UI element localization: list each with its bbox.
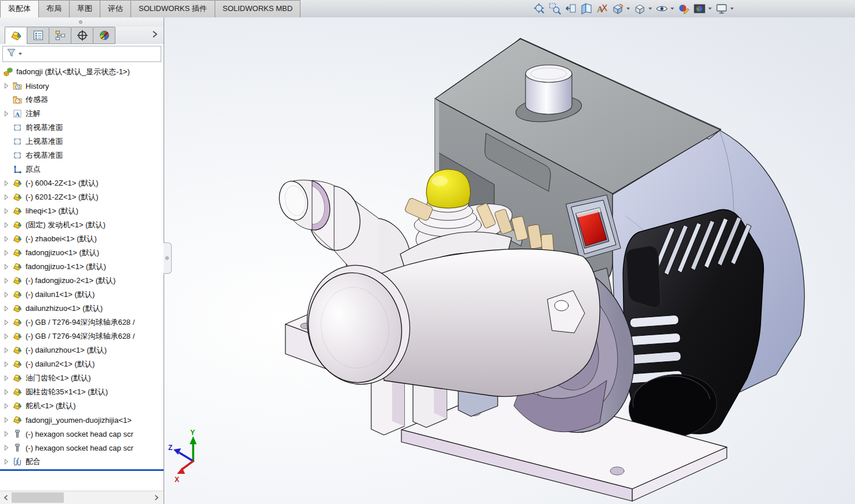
tree-item[interactable]: (-) hexagon socket head cap scr xyxy=(0,427,164,441)
tree-item[interactable]: 右视基准面 xyxy=(0,148,164,162)
expand-caret-icon[interactable] xyxy=(2,431,13,437)
expand-caret-icon[interactable] xyxy=(2,236,13,242)
expand-caret-icon[interactable] xyxy=(2,222,13,228)
tree-item[interactable]: dailunzhizuo<1> (默认) xyxy=(0,302,164,316)
view-orientation-icon-caret[interactable] xyxy=(626,8,630,10)
ribbon-tab[interactable]: 装配体 xyxy=(0,0,39,17)
tree-item[interactable]: (固定) 发动机<1> (默认) xyxy=(0,218,164,232)
view-settings-icon-caret[interactable] xyxy=(730,8,734,10)
model-canvas[interactable]: Y Z X xyxy=(164,17,855,504)
ribbon-tab[interactable]: SOLIDWORKS MBD xyxy=(215,0,301,17)
tree-item[interactable]: fadongjizuo-1<1> (默认) xyxy=(0,260,164,274)
tree-filter[interactable] xyxy=(2,46,161,62)
panel-tabs-expand-icon[interactable] xyxy=(151,30,159,41)
section-view-icon[interactable] xyxy=(579,2,593,16)
hide-show-items-icon[interactable] xyxy=(655,2,669,16)
tab-featuremanager[interactable] xyxy=(5,27,27,44)
tree-item[interactable]: 油门齿轮<1> (默认) xyxy=(0,371,164,385)
expand-caret-icon[interactable] xyxy=(2,180,13,186)
filter-caret-icon[interactable] xyxy=(19,53,22,55)
tree-item[interactable]: 前视基准面 xyxy=(0,121,164,135)
display-style-icon[interactable] xyxy=(633,2,647,16)
expand-caret-icon[interactable] xyxy=(2,320,13,325)
previous-view-icon[interactable] xyxy=(564,2,578,16)
scrollbar-thumb[interactable] xyxy=(12,492,64,503)
tree-item[interactable]: (-) dailun2<1> (默认) xyxy=(0,357,164,371)
tree-item[interactable]: fadongji_youmen-duojizhijia<1> xyxy=(0,413,164,427)
tree-item[interactable]: 原点 xyxy=(0,162,164,176)
scroll-right-icon[interactable] xyxy=(151,491,162,504)
expand-caret-icon[interactable] xyxy=(2,375,13,381)
tree-item[interactable]: (-) hexagon socket head cap scr xyxy=(0,441,164,455)
scroll-left-icon[interactable] xyxy=(0,491,12,504)
tab-dimxpertmanager[interactable] xyxy=(71,27,93,44)
display-style-icon-caret[interactable] xyxy=(649,8,652,10)
view-settings-icon[interactable] xyxy=(715,2,729,16)
feature-tree: fadongji (默认<默认_显示状态-1>)History传感器A注解前视基… xyxy=(0,63,164,469)
fuel-filler-cap[interactable] xyxy=(526,65,572,114)
expand-caret-icon[interactable] xyxy=(2,333,13,339)
expand-caret-icon[interactable] xyxy=(2,417,13,423)
triad-x-label: X xyxy=(175,476,179,484)
expand-caret-icon[interactable] xyxy=(2,208,13,214)
expand-caret-icon[interactable] xyxy=(2,83,13,89)
tree-item[interactable]: 配合 xyxy=(0,455,164,469)
zoom-to-fit-icon[interactable] xyxy=(532,2,546,16)
tree-item-root[interactable]: fadongji (默认<默认_显示状态-1>) xyxy=(0,65,164,79)
tab-displaymanager[interactable] xyxy=(93,27,115,44)
tree-item[interactable]: (-) GB / T276-94深沟球轴承628 / xyxy=(0,329,164,343)
tree-item[interactable]: (-) 6004-2Z<1> (默认) xyxy=(0,176,164,190)
spark-plug-cap[interactable] xyxy=(426,169,470,208)
expand-caret-icon[interactable] xyxy=(2,194,13,200)
tree-item[interactable]: 传感器 xyxy=(0,93,164,107)
tree-item[interactable]: (-) zhaobei<1> (默认) xyxy=(0,232,164,246)
clutch-drum[interactable] xyxy=(298,249,600,396)
tree-item-label: fadongjizuo<1> (默认) xyxy=(23,248,99,258)
part-icon xyxy=(13,360,23,369)
panel-pin-dot[interactable] xyxy=(79,20,82,24)
expand-caret-icon[interactable] xyxy=(2,361,13,367)
tree-item[interactable]: (-) dailunzhou<1> (默认) xyxy=(0,343,164,357)
tree-item[interactable]: liheqi<1> (默认) xyxy=(0,204,164,218)
air-cleaner-cover[interactable] xyxy=(623,209,763,443)
expand-caret-icon[interactable] xyxy=(2,445,13,451)
tree-item[interactable]: 圆柱齿轮35×1<1> (默认) xyxy=(0,385,164,399)
tree-item[interactable]: History xyxy=(0,79,164,93)
tree-item[interactable]: (-) 6201-2Z<1> (默认) xyxy=(0,190,164,204)
graphics-viewport[interactable]: Y Z X xyxy=(164,17,855,504)
expand-caret-icon[interactable] xyxy=(2,278,13,284)
tree-item[interactable]: 舵机<1> (默认) xyxy=(0,399,164,413)
apply-scene-icon-caret[interactable] xyxy=(708,8,712,10)
view-orientation-icon[interactable] xyxy=(611,2,625,16)
tree-item[interactable]: fadongjizuo<1> (默认) xyxy=(0,246,164,260)
tree-item[interactable]: A注解 xyxy=(0,107,164,121)
expand-caret-icon[interactable] xyxy=(2,111,13,117)
expand-caret-icon[interactable] xyxy=(2,459,13,465)
tab-propertymanager[interactable] xyxy=(27,27,49,44)
ribbon-tab[interactable]: 布局 xyxy=(38,0,70,17)
tab-configurationmanager[interactable] xyxy=(49,27,71,44)
ribbon-tab[interactable]: 评估 xyxy=(100,0,131,17)
expand-caret-icon[interactable] xyxy=(2,250,13,256)
rollback-bar[interactable] xyxy=(0,469,164,471)
expand-caret-icon[interactable] xyxy=(2,403,13,409)
tree-item[interactable]: (-) dailun1<1> (默认) xyxy=(0,288,164,302)
ribbon-tab[interactable]: 草图 xyxy=(69,0,100,17)
tree-horizontal-scrollbar[interactable] xyxy=(0,491,164,504)
annotation-views-icon[interactable]: A xyxy=(595,2,609,16)
hide-show-items-icon-caret[interactable] xyxy=(671,8,674,10)
tree-item[interactable]: (-) fadongjizuo-2<1> (默认) xyxy=(0,274,164,288)
edit-appearance-icon[interactable] xyxy=(677,2,691,16)
zoom-to-area-icon[interactable] xyxy=(548,2,562,16)
tree-item[interactable]: (-) GB / T276-94深沟球轴承628 / xyxy=(0,316,164,329)
expand-caret-icon[interactable] xyxy=(2,292,13,298)
tree-item[interactable]: 上视基准面 xyxy=(0,135,164,148)
expand-caret-icon[interactable] xyxy=(2,306,13,311)
panel-splitter-handle[interactable] xyxy=(164,242,172,274)
apply-scene-icon[interactable] xyxy=(693,2,707,16)
tree-item-label: dailunzhizuo<1> (默认) xyxy=(23,303,103,314)
expand-caret-icon[interactable] xyxy=(2,347,13,353)
expand-caret-icon[interactable] xyxy=(2,389,13,395)
expand-caret-icon[interactable] xyxy=(2,264,13,270)
ribbon-tab[interactable]: SOLIDWORKS 插件 xyxy=(131,0,215,17)
